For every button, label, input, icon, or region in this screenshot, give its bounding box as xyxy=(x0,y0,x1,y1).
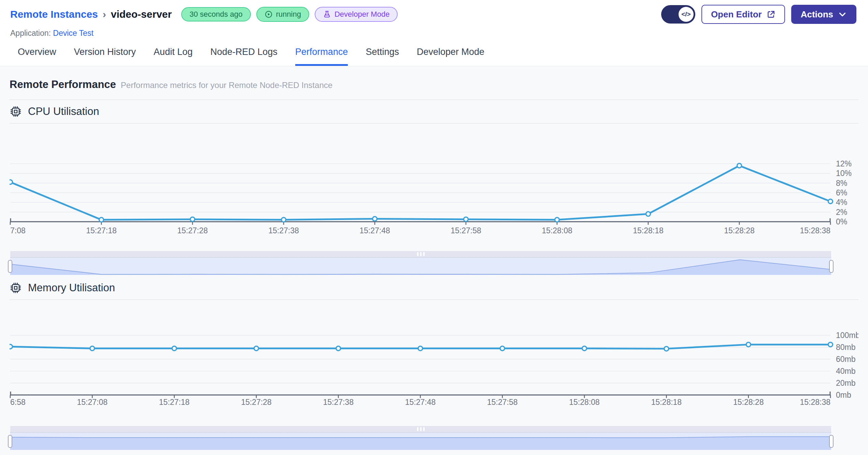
running-label: running xyxy=(276,11,301,18)
brush-grip-icon[interactable] xyxy=(417,252,425,256)
svg-text:15:28:18: 15:28:18 xyxy=(633,226,664,235)
cpu-section: CPU Utilisation 0%2%4%6%8%10%12%7:0815:2… xyxy=(10,105,858,275)
svg-text:0mb: 0mb xyxy=(836,391,851,399)
instance-name: video-server xyxy=(111,9,172,20)
cpu-chip-icon xyxy=(10,282,22,294)
svg-text:4%: 4% xyxy=(836,198,847,207)
breadcrumb-separator: › xyxy=(103,9,106,20)
tab-performance[interactable]: Performance xyxy=(295,47,348,66)
cpu-chart-brush[interactable] xyxy=(10,251,831,275)
cpu-chart[interactable]: 0%2%4%6%8%10%12%7:0815:27:1815:27:2815:2… xyxy=(10,123,858,237)
svg-text:15:27:28: 15:27:28 xyxy=(241,398,272,407)
running-badge: running xyxy=(256,7,309,22)
page-title: Remote Performance xyxy=(10,78,116,91)
svg-text:60mb: 60mb xyxy=(836,355,856,364)
svg-text:80mb: 80mb xyxy=(836,343,856,352)
tab-bar: Overview Version History Audit Log Node-… xyxy=(0,38,868,66)
memory-section-title: Memory Utilisation xyxy=(28,282,115,294)
memory-chart-brush[interactable] xyxy=(10,426,831,450)
svg-text:2%: 2% xyxy=(836,208,847,217)
application-row: Application: Device Test xyxy=(10,29,858,38)
svg-text:12%: 12% xyxy=(836,159,852,168)
svg-text:6:58: 6:58 xyxy=(10,398,26,407)
tab-audit-log[interactable]: Audit Log xyxy=(154,47,193,66)
svg-text:20mb: 20mb xyxy=(836,379,856,387)
page-header: Remote Instances › video-server 30 secon… xyxy=(0,0,868,38)
tab-version-history[interactable]: Version History xyxy=(74,47,136,66)
svg-text:15:28:28: 15:28:28 xyxy=(724,226,755,235)
svg-text:15:27:38: 15:27:38 xyxy=(323,398,354,407)
brush-handle-left[interactable] xyxy=(8,435,12,448)
svg-text:15:27:58: 15:27:58 xyxy=(487,398,518,407)
brush-strip[interactable] xyxy=(10,251,831,258)
brush-handle-right[interactable] xyxy=(829,260,834,273)
svg-text:7:08: 7:08 xyxy=(10,226,26,235)
svg-text:6%: 6% xyxy=(836,188,847,197)
last-seen-label: 30 seconds ago xyxy=(189,11,242,18)
svg-text:15:28:28: 15:28:28 xyxy=(733,398,764,407)
svg-text:15:27:38: 15:27:38 xyxy=(268,226,299,235)
memory-section: Memory Utilisation 0mb20mb40mb60mb80mb10… xyxy=(10,282,858,450)
external-link-icon xyxy=(767,10,775,19)
brush-strip[interactable] xyxy=(10,426,831,433)
application-label: Application: xyxy=(10,29,51,38)
brush-handle-right[interactable] xyxy=(829,435,834,448)
play-circle-icon xyxy=(265,10,273,18)
memory-section-heading: Memory Utilisation xyxy=(10,282,858,294)
svg-text:8%: 8% xyxy=(836,179,847,188)
svg-text:40mb: 40mb xyxy=(836,367,856,376)
svg-text:15:27:58: 15:27:58 xyxy=(451,226,481,235)
memory-chart[interactable]: 0mb20mb40mb60mb80mb100mb6:5815:27:0815:2… xyxy=(10,300,858,407)
cpu-section-title: CPU Utilisation xyxy=(28,105,99,118)
actions-label: Actions xyxy=(801,9,833,20)
page-heading: Remote Performance Performance metrics f… xyxy=(10,78,858,100)
brush-zone[interactable] xyxy=(10,258,831,275)
developer-mode-label: Developer Mode xyxy=(335,11,389,18)
svg-text:10%: 10% xyxy=(836,169,852,178)
svg-text:15:27:18: 15:27:18 xyxy=(86,226,117,235)
svg-text:15:27:08: 15:27:08 xyxy=(77,398,108,407)
svg-text:0%: 0% xyxy=(836,217,847,226)
svg-text:15:27:48: 15:27:48 xyxy=(405,398,436,407)
code-icon: </> xyxy=(679,7,694,22)
brush-zone[interactable] xyxy=(10,433,831,450)
svg-text:15:28:18: 15:28:18 xyxy=(651,398,682,407)
svg-text:15:28:38: 15:28:38 xyxy=(800,398,830,407)
tab-developer-mode[interactable]: Developer Mode xyxy=(417,47,484,66)
tab-node-red-logs[interactable]: Node-RED Logs xyxy=(210,47,278,66)
svg-text:15:27:28: 15:27:28 xyxy=(177,226,208,235)
last-seen-badge: 30 seconds ago xyxy=(181,7,251,21)
status-badges: 30 seconds ago running Developer Mode xyxy=(181,7,398,22)
brush-handle-left[interactable] xyxy=(8,260,12,273)
open-editor-button[interactable]: Open Editor xyxy=(701,5,785,24)
open-editor-label: Open Editor xyxy=(711,9,762,20)
actions-button[interactable]: Actions xyxy=(791,5,856,24)
chevron-down-icon xyxy=(838,10,847,19)
svg-text:15:27:18: 15:27:18 xyxy=(159,398,190,407)
main-content: Remote Performance Performance metrics f… xyxy=(0,66,868,455)
svg-text:100mb: 100mb xyxy=(836,331,858,340)
svg-text:15:28:08: 15:28:08 xyxy=(569,398,600,407)
tab-settings[interactable]: Settings xyxy=(366,47,399,66)
cpu-section-heading: CPU Utilisation xyxy=(10,105,858,118)
cpu-chip-icon xyxy=(10,105,22,118)
developer-mode-badge: Developer Mode xyxy=(315,7,398,22)
svg-text:15:27:48: 15:27:48 xyxy=(359,226,390,235)
brush-grip-icon[interactable] xyxy=(417,427,425,431)
beaker-icon xyxy=(323,10,331,18)
header-controls: </> Open Editor Actions xyxy=(661,5,856,24)
editor-availability-toggle[interactable]: </> xyxy=(661,5,695,24)
page-subtitle: Performance metrics for your Remote Node… xyxy=(121,80,332,90)
breadcrumb-remote-instances[interactable]: Remote Instances xyxy=(10,9,98,20)
svg-text:15:28:38: 15:28:38 xyxy=(800,226,830,235)
application-link[interactable]: Device Test xyxy=(53,29,93,38)
tab-overview[interactable]: Overview xyxy=(18,47,56,66)
svg-text:15:28:08: 15:28:08 xyxy=(542,226,572,235)
breadcrumb: Remote Instances › video-server 30 secon… xyxy=(10,5,858,24)
